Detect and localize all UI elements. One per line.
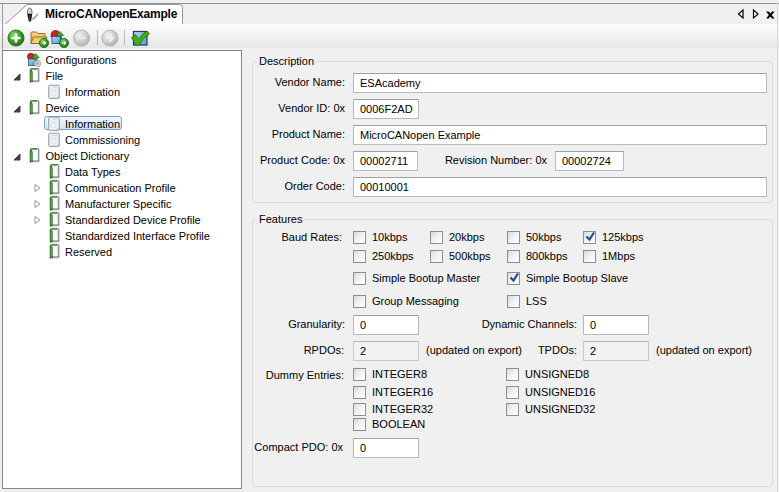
svg-text:MicroCANopenExample: MicroCANopenExample	[45, 7, 178, 21]
